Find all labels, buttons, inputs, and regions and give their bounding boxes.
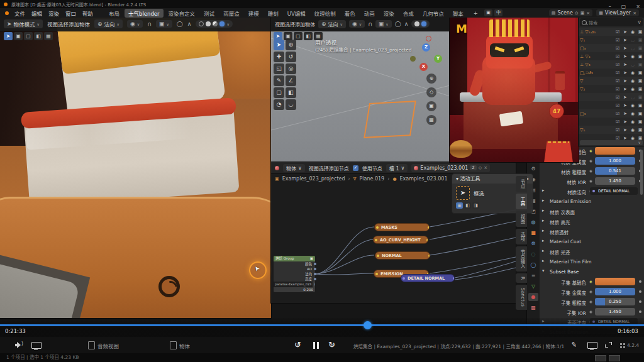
node-menu-item[interactable]: 视图 [309,166,319,172]
bake-group-node[interactable]: 烘焙 Group▣ 颜色AO法向高度 parallax-Examples_023… [273,255,316,293]
property-row[interactable]: ▸ 材质法向 DETAIL NORMAL [527,186,644,196]
new-scene-icon[interactable]: ▣ [580,11,585,16]
property-value-widget[interactable]: 1.450 [595,177,635,185]
tool-button[interactable]: ◡ [286,99,296,110]
shading-rendered-icon[interactable] [421,21,426,26]
property-row[interactable]: ▸ Material Thin Film [527,256,644,266]
orientation-dropdown[interactable]: ⊕ 法向 ∨ [94,19,123,28]
disclosure-arrow-icon[interactable]: ▸ [542,238,545,243]
workspace-tab[interactable]: 雕刻 [264,9,282,18]
proportional-edit-icon[interactable]: ◯ [395,21,401,27]
sidebar-tab[interactable]: Sanctus [516,285,527,310]
workspace-tab[interactable]: 布局 [105,9,123,18]
render-camera-icon[interactable]: ▣ [636,30,644,35]
render-camera-icon[interactable]: ▣ [636,111,644,116]
outliner-row[interactable]: ⊥ ▽₅⊿₅ ☑ ➤ ◉ ▣ [579,28,644,36]
shader-type-dropdown[interactable]: 物体∨ [283,164,305,172]
visibility-eye-icon[interactable]: ◉ [629,111,636,116]
nav-button[interactable]: ⊕ [426,74,436,84]
checkbox-icon[interactable]: ☑ [614,54,621,59]
selectable-cursor-icon[interactable]: ➤ [621,70,629,75]
group-output-socket[interactable]: 颜色 [274,261,315,266]
viewport-menu-item[interactable]: 物体 [305,22,315,28]
fake-user-shield-icon[interactable]: ◇ [479,165,482,170]
viewport-menu-item[interactable]: 选择 [285,22,295,28]
properties-scrollbar[interactable] [640,150,643,195]
checkbox-icon[interactable]: ☑ [614,46,621,51]
keyframe-dot-icon[interactable] [639,300,641,303]
disclosure-arrow-icon[interactable]: ▸ [542,188,545,193]
tool-button[interactable]: ∠ [286,75,296,86]
outliner-row[interactable]: ⊥ ▽₃ ☑ ➤ ◡ ▣ [579,60,644,69]
select-mode-button[interactable]: ▦ [44,32,53,40]
shader-editor-icon[interactable] [275,166,279,170]
checkbox-icon[interactable]: ☑ [614,95,621,100]
shading-rendered-icon[interactable] [219,21,225,26]
outliner-row[interactable]: ▽₅ ☑ ➤ ◉ ▣ [579,126,644,134]
taskbar-thumb[interactable] [609,355,620,361]
mode-dropdown[interactable]: ➤ 物体模式 ∨ [4,19,43,28]
pin-icon[interactable]: ⊙ [575,11,579,16]
snap-magnet-icon[interactable]: ∩ [368,21,372,27]
property-row[interactable]: ▸ 材质透射 [527,226,644,236]
viewlayer-selector[interactable]: ▦ ViewLayer × [596,9,639,16]
property-row[interactable]: ▸ 材质 光泽 [527,246,644,256]
menu-item[interactable]: 渲染 [45,11,62,17]
checkbox-icon[interactable]: ☑ [614,128,621,133]
select-set-icon[interactable]: ▣ [456,202,463,209]
render-camera-icon[interactable]: ▣ [636,70,644,75]
shading-wireframe-icon[interactable] [199,21,204,26]
shading-material-icon[interactable] [213,21,218,26]
group-output-socket[interactable]: 法向 [274,272,315,277]
workspace-tab[interactable]: 雨屋造 [219,9,243,18]
fullscreen-icon[interactable] [605,342,612,348]
select-mode-button[interactable]: ◧ [304,32,313,40]
visibility-eye-icon[interactable]: ◉ [629,70,636,75]
close-button[interactable]: × [636,4,640,9]
outliner-row[interactable]: ▽₁ ☑ ➤ ◡ ▣ [579,36,644,44]
selectable-cursor-icon[interactable]: ➤ [621,79,629,84]
viewport-menu-item[interactable]: 物体 [79,21,90,28]
visibility-eye-icon[interactable]: ◉ [629,128,636,133]
slot-dropdown[interactable]: 槽 1∨ [386,164,408,172]
property-value-widget[interactable]: 0.541 [595,167,635,175]
chip-object[interactable]: 物体 [170,341,190,349]
outliner-row[interactable]: ▢,⊃∂₂ ☑ ➤ ◉ ▣ [579,69,644,77]
workspace-tab[interactable]: 几何节点 [419,9,448,18]
property-row[interactable]: 子集 IOR 1.450 [527,307,644,317]
workspace-tab[interactable]: 着色 [341,9,359,18]
visibility-eye-icon[interactable]: ◡ [629,95,636,100]
property-row[interactable]: 材质 粗糙度 0.541 [527,166,644,176]
tool-button[interactable]: ✚ [274,52,284,62]
menu-item[interactable]: 帮助 [79,11,96,17]
menu-item[interactable]: 编辑 [28,11,45,17]
visibility-eye-icon[interactable]: ◉ [629,79,636,84]
remove-viewlayer-icon[interactable]: × [633,11,636,16]
outliner-row[interactable]: ▽ ☑ ➤ ◉ ▣ [579,77,644,85]
property-value-widget[interactable]: 1.000 [595,157,635,165]
unlink-scene-icon[interactable]: × [586,11,590,16]
theater-mode-icon[interactable] [587,342,597,349]
snap-magnet-icon[interactable]: ∩ [147,21,152,27]
workspace-tab[interactable]: 合成 [399,9,418,18]
viewport-menu-item[interactable]: 视图 [47,21,58,28]
property-value-widget[interactable]: 1.000 [595,288,635,295]
viewport-menu-item[interactable]: 添加 [69,21,79,28]
property-value-widget[interactable]: 1.450 [595,308,635,315]
rendered-viewport[interactable] [0,17,271,318]
workspace-tab[interactable]: 纹理绘制 [311,9,340,18]
select-mode-button[interactable]: ◧ [34,32,43,40]
collapsed-node[interactable]: AO_CURV_HEIGHT [373,236,428,244]
disclosure-arrow-icon[interactable]: ▸ [542,228,545,233]
property-value-widget[interactable]: 0.250 [595,298,635,305]
node-menu-item[interactable]: 节点 [339,166,349,172]
select-subtract-icon[interactable]: ◨ [472,202,479,209]
render-camera-icon[interactable]: ▣ [636,62,644,67]
screen-icon[interactable] [31,342,42,349]
collapsed-node[interactable]: DETAIL NORMAL [401,274,455,282]
sidebar-tab[interactable]: 视图 [516,211,527,227]
disclosure-arrow-icon[interactable]: ▸ [542,208,545,213]
select-mode-button[interactable]: ➤ [274,32,282,40]
use-nodes-checkbox[interactable]: ✓ [353,165,358,171]
render-camera-icon[interactable]: ▣ [636,79,644,84]
